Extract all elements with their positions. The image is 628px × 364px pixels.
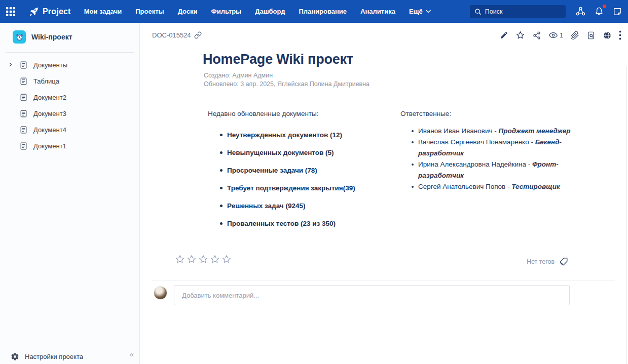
rating-star-icon[interactable] bbox=[221, 254, 232, 264]
rocket-logo-icon bbox=[28, 6, 39, 17]
person-name: Сергей Анатольевич Попов - bbox=[418, 183, 511, 190]
doc-created-line: Создано: Админ Админ bbox=[204, 71, 370, 80]
list-item: Вячеслав Сергеевич Понамаренко - Бекенд-… bbox=[400, 137, 572, 159]
responsible-section: Ответственные: Иванов Иван Иванович - Пр… bbox=[400, 110, 572, 192]
sidebar-item-document4[interactable]: Документ4 bbox=[0, 122, 139, 138]
sidebar-collapse-button[interactable]: « bbox=[130, 350, 133, 358]
recent-documents-heading: Недавно обновленные документы: bbox=[208, 110, 390, 117]
nav-item-planning[interactable]: Планирование bbox=[299, 8, 347, 15]
scrollbar-track[interactable] bbox=[626, 66, 627, 364]
attachment-paperclip-icon[interactable] bbox=[570, 31, 579, 40]
rating-star-icon[interactable] bbox=[187, 254, 197, 264]
sidebar-item-document1[interactable]: Документ1 bbox=[0, 138, 139, 154]
chevron-right-icon[interactable] bbox=[8, 62, 13, 67]
community-icon[interactable] bbox=[575, 6, 586, 17]
search-input[interactable] bbox=[485, 8, 561, 15]
gear-icon bbox=[11, 352, 19, 361]
nav-more-label: Ещё bbox=[409, 8, 423, 15]
main-menu: Мои задачи Проекты Доски Фильтры Дашборд… bbox=[84, 8, 431, 15]
no-tags-label: Нет тегов bbox=[527, 258, 555, 265]
list-item: Решенных задач (9245) bbox=[208, 202, 390, 210]
person-name: Вячеслав Сергеевич Понамаренко - bbox=[418, 138, 535, 146]
sidebar-item-document3[interactable]: Документ3 bbox=[0, 105, 139, 122]
recent-documents-list: Неутвержденных документов (12) Невыпущен… bbox=[208, 131, 390, 227]
top-navbar: Project Мои задачи Проекты Доски Фильтры… bbox=[0, 0, 628, 23]
globe-icon[interactable] bbox=[603, 31, 612, 40]
person-name: Иванов Иван Иванович - bbox=[418, 127, 499, 135]
list-item: Просроченные задачи (78) bbox=[208, 167, 390, 174]
sidebar-item-label: Документы bbox=[33, 61, 67, 69]
sidebar-divider bbox=[6, 52, 134, 53]
nav-item-my-tasks[interactable]: Мои задачи bbox=[84, 8, 122, 15]
document-toolbar: 1 bbox=[500, 30, 621, 40]
add-tag-icon[interactable] bbox=[559, 257, 569, 266]
sidebar-item-label: Документ1 bbox=[33, 142, 66, 150]
rating-star-icon[interactable] bbox=[175, 254, 185, 264]
responsible-list: Иванов Иван Иванович - Проджект менеджер… bbox=[400, 126, 572, 192]
rating-stars bbox=[175, 254, 232, 264]
list-item: Ирина Александровна Надейкина - Фронт-ра… bbox=[400, 159, 572, 181]
person-role: Тестировщик bbox=[511, 183, 560, 190]
global-search[interactable] bbox=[470, 5, 566, 18]
list-item: Проваленных тестов (23 из 350) bbox=[208, 220, 390, 227]
comment-section-divider bbox=[152, 280, 615, 280]
list-item: Неутвержденных документов (12) bbox=[208, 131, 390, 139]
watchers-eye-icon[interactable]: 1 bbox=[548, 30, 563, 40]
document-icon bbox=[19, 93, 28, 102]
rating-star-icon[interactable] bbox=[210, 254, 220, 264]
sidebar-item-document2[interactable]: Документ2 bbox=[0, 89, 139, 105]
list-item: Невыпущенных документов (5) bbox=[208, 149, 390, 156]
doc-id[interactable]: DOC-015524 bbox=[152, 31, 191, 39]
chevron-down-icon bbox=[426, 10, 431, 13]
sidebar-item-label: Документ2 bbox=[33, 94, 66, 101]
more-menu-icon[interactable] bbox=[619, 30, 621, 40]
sidebar-item-table[interactable]: Таблица bbox=[0, 73, 139, 89]
rating-star-icon[interactable] bbox=[198, 254, 208, 264]
nav-item-projects[interactable]: Проекты bbox=[135, 8, 164, 15]
doc-meta: Создано: Админ Админ Обновлено: 3 апр. 2… bbox=[204, 71, 370, 89]
document-icon bbox=[19, 61, 28, 69]
nav-item-filters[interactable]: Фильтры bbox=[211, 8, 242, 15]
page-title: HomePage Wiki проект bbox=[203, 52, 353, 67]
sidebar-item-documents[interactable]: Документы bbox=[0, 57, 139, 73]
list-item: Требует подтверждения закрытия(39) bbox=[208, 184, 390, 192]
project-settings-label: Настройки проекта bbox=[25, 353, 83, 360]
recent-documents-section: Недавно обновленные документы: Неутвержд… bbox=[208, 110, 390, 237]
nav-item-boards[interactable]: Доски bbox=[178, 8, 198, 15]
share-icon[interactable] bbox=[532, 31, 541, 40]
watchers-count: 1 bbox=[560, 32, 563, 39]
nav-item-analytics[interactable]: Аналитика bbox=[360, 8, 395, 15]
sidebar-item-label: Документ4 bbox=[33, 126, 66, 134]
nav-item-more[interactable]: Ещё bbox=[409, 8, 431, 15]
document-search-icon[interactable] bbox=[586, 31, 596, 40]
sidebar-item-label: Документ3 bbox=[33, 110, 66, 117]
nav-item-dashboard[interactable]: Дашборд bbox=[255, 8, 285, 15]
document-icon bbox=[19, 77, 28, 86]
edit-pencil-icon[interactable] bbox=[500, 31, 508, 39]
document-icon bbox=[19, 109, 28, 118]
project-header[interactable]: Wiki-проект bbox=[0, 23, 139, 51]
project-name: Wiki-проект bbox=[31, 33, 72, 41]
comment-input[interactable] bbox=[174, 285, 570, 305]
note-icon[interactable] bbox=[612, 7, 622, 17]
person-role: Проджект менеджер bbox=[499, 127, 571, 135]
app-logo[interactable]: Project bbox=[28, 6, 71, 17]
copy-link-icon[interactable] bbox=[194, 31, 202, 39]
project-settings-button[interactable]: Настройки проекта bbox=[11, 352, 83, 361]
favorite-star-icon[interactable] bbox=[515, 30, 525, 40]
document-list: Документы Таблица Документ2 bbox=[0, 57, 139, 154]
list-item: Иванов Иван Иванович - Проджект менеджер bbox=[400, 126, 572, 137]
comment-user-avatar[interactable] bbox=[154, 286, 167, 300]
person-name: Ирина Александровна Надейкина - bbox=[418, 160, 532, 168]
doc-updated-line: Обновлено: 3 апр. 2025, Яглейская Полина… bbox=[204, 80, 370, 89]
document-page: DOC-015524 bbox=[140, 23, 628, 364]
sidebar-footer-divider bbox=[6, 346, 134, 346]
list-item: Сергей Анатольевич Попов - Тестировщик bbox=[400, 181, 572, 192]
bell-icon[interactable] bbox=[594, 6, 604, 17]
document-icon bbox=[19, 142, 28, 150]
tags-control[interactable]: Нет тегов bbox=[527, 257, 569, 266]
apps-grid-icon[interactable] bbox=[6, 7, 16, 17]
project-sidebar: Wiki-проект Документы Таблица bbox=[0, 23, 140, 364]
notification-badge bbox=[603, 5, 606, 8]
sidebar-footer: Настройки проекта « bbox=[0, 346, 139, 364]
